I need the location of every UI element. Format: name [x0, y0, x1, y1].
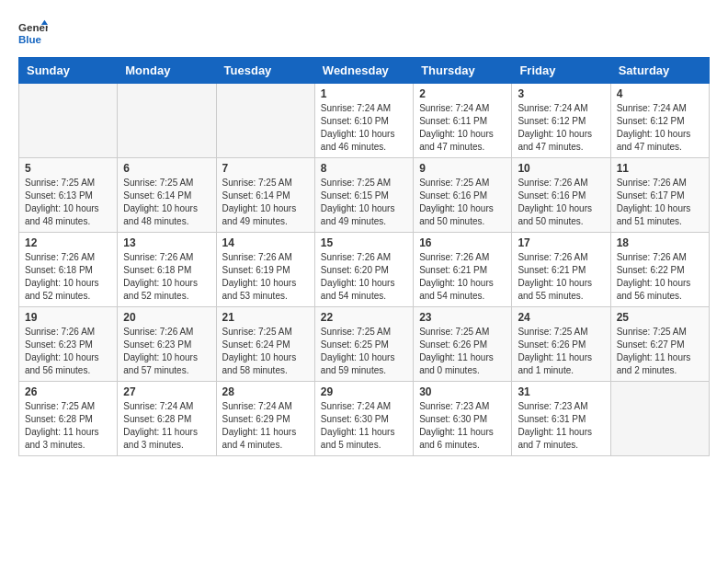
- day-info: Sunrise: 7:26 AM Sunset: 6:21 PM Dayligh…: [518, 251, 604, 303]
- day-number: 8: [321, 162, 407, 175]
- calendar-day-cell: 6Sunrise: 7:25 AM Sunset: 6:14 PM Daylig…: [118, 158, 216, 233]
- calendar-week-row: 12Sunrise: 7:26 AM Sunset: 6:18 PM Dayli…: [19, 233, 710, 307]
- calendar-day-cell: 31Sunrise: 7:23 AM Sunset: 6:31 PM Dayli…: [512, 382, 610, 456]
- calendar-day-cell: 27Sunrise: 7:24 AM Sunset: 6:28 PM Dayli…: [118, 382, 216, 456]
- calendar-day-cell: 15Sunrise: 7:26 AM Sunset: 6:20 PM Dayli…: [314, 233, 413, 307]
- calendar-day-cell: 5Sunrise: 7:25 AM Sunset: 6:13 PM Daylig…: [19, 158, 118, 233]
- calendar-day-cell: 10Sunrise: 7:26 AM Sunset: 6:16 PM Dayli…: [512, 158, 610, 233]
- calendar-week-row: 1Sunrise: 7:24 AM Sunset: 6:10 PM Daylig…: [19, 84, 710, 158]
- day-number: 21: [222, 311, 309, 324]
- calendar-day-cell: 30Sunrise: 7:23 AM Sunset: 6:30 PM Dayli…: [414, 382, 512, 456]
- calendar-day-cell: 28Sunrise: 7:24 AM Sunset: 6:29 PM Dayli…: [216, 382, 314, 456]
- calendar-day-cell: 13Sunrise: 7:26 AM Sunset: 6:18 PM Dayli…: [118, 233, 216, 307]
- calendar-day-cell: [118, 84, 216, 158]
- day-info: Sunrise: 7:24 AM Sunset: 6:29 PM Dayligh…: [222, 400, 309, 452]
- day-number: 12: [25, 236, 111, 249]
- calendar-day-cell: 19Sunrise: 7:26 AM Sunset: 6:23 PM Dayli…: [19, 307, 118, 382]
- day-of-week-header: Wednesday: [314, 58, 413, 84]
- day-number: 17: [518, 236, 604, 249]
- day-number: 19: [25, 311, 111, 324]
- day-number: 31: [518, 385, 604, 398]
- day-of-week-header: Saturday: [610, 58, 709, 84]
- calendar-header-row: SundayMondayTuesdayWednesdayThursdayFrid…: [19, 58, 710, 84]
- day-number: 11: [617, 162, 703, 175]
- day-info: Sunrise: 7:26 AM Sunset: 6:20 PM Dayligh…: [321, 251, 407, 303]
- day-number: 7: [222, 162, 309, 175]
- day-info: Sunrise: 7:26 AM Sunset: 6:16 PM Dayligh…: [518, 177, 604, 228]
- day-info: Sunrise: 7:24 AM Sunset: 6:28 PM Dayligh…: [123, 400, 210, 452]
- calendar-day-cell: 11Sunrise: 7:26 AM Sunset: 6:17 PM Dayli…: [610, 158, 709, 233]
- day-of-week-header: Sunday: [19, 58, 118, 84]
- day-info: Sunrise: 7:25 AM Sunset: 6:14 PM Dayligh…: [222, 177, 309, 228]
- calendar-day-cell: 21Sunrise: 7:25 AM Sunset: 6:24 PM Dayli…: [216, 307, 314, 382]
- calendar-day-cell: 3Sunrise: 7:24 AM Sunset: 6:12 PM Daylig…: [512, 84, 610, 158]
- calendar-day-cell: 18Sunrise: 7:26 AM Sunset: 6:22 PM Dayli…: [610, 233, 709, 307]
- day-number: 6: [123, 162, 210, 175]
- day-number: 4: [617, 87, 703, 100]
- day-info: Sunrise: 7:23 AM Sunset: 6:30 PM Dayligh…: [419, 400, 506, 452]
- calendar-day-cell: 7Sunrise: 7:25 AM Sunset: 6:14 PM Daylig…: [216, 158, 314, 233]
- day-info: Sunrise: 7:25 AM Sunset: 6:25 PM Dayligh…: [321, 326, 407, 377]
- day-info: Sunrise: 7:25 AM Sunset: 6:14 PM Dayligh…: [123, 177, 210, 228]
- day-info: Sunrise: 7:26 AM Sunset: 6:17 PM Dayligh…: [617, 177, 703, 228]
- day-number: 20: [123, 311, 210, 324]
- day-number: 16: [419, 236, 506, 249]
- day-number: 23: [419, 311, 506, 324]
- day-info: Sunrise: 7:25 AM Sunset: 6:26 PM Dayligh…: [518, 326, 604, 377]
- day-number: 5: [25, 162, 111, 175]
- day-number: 13: [123, 236, 210, 249]
- calendar-day-cell: 14Sunrise: 7:26 AM Sunset: 6:19 PM Dayli…: [216, 233, 314, 307]
- day-of-week-header: Thursday: [414, 58, 512, 84]
- day-info: Sunrise: 7:26 AM Sunset: 6:19 PM Dayligh…: [222, 251, 309, 303]
- calendar-day-cell: 1Sunrise: 7:24 AM Sunset: 6:10 PM Daylig…: [314, 84, 413, 158]
- day-number: 25: [617, 311, 703, 324]
- calendar-day-cell: [610, 382, 709, 456]
- calendar-day-cell: 26Sunrise: 7:25 AM Sunset: 6:28 PM Dayli…: [19, 382, 118, 456]
- logo-icon: General Blue: [18, 18, 48, 48]
- logo: General Blue: [18, 18, 48, 48]
- day-info: Sunrise: 7:26 AM Sunset: 6:18 PM Dayligh…: [123, 251, 210, 303]
- day-info: Sunrise: 7:25 AM Sunset: 6:13 PM Dayligh…: [25, 177, 111, 228]
- day-info: Sunrise: 7:24 AM Sunset: 6:30 PM Dayligh…: [321, 400, 407, 452]
- day-number: 26: [25, 385, 111, 398]
- day-number: 3: [518, 87, 604, 100]
- day-number: 2: [419, 87, 506, 100]
- calendar-week-row: 5Sunrise: 7:25 AM Sunset: 6:13 PM Daylig…: [19, 158, 710, 233]
- day-number: 29: [321, 385, 407, 398]
- calendar-day-cell: 17Sunrise: 7:26 AM Sunset: 6:21 PM Dayli…: [512, 233, 610, 307]
- calendar-day-cell: 29Sunrise: 7:24 AM Sunset: 6:30 PM Dayli…: [314, 382, 413, 456]
- day-info: Sunrise: 7:23 AM Sunset: 6:31 PM Dayligh…: [518, 400, 604, 452]
- day-number: 18: [617, 236, 703, 249]
- day-number: 24: [518, 311, 604, 324]
- day-info: Sunrise: 7:25 AM Sunset: 6:27 PM Dayligh…: [617, 326, 703, 377]
- day-info: Sunrise: 7:24 AM Sunset: 6:12 PM Dayligh…: [518, 102, 604, 154]
- calendar-day-cell: 16Sunrise: 7:26 AM Sunset: 6:21 PM Dayli…: [414, 233, 512, 307]
- day-number: 14: [222, 236, 309, 249]
- day-info: Sunrise: 7:24 AM Sunset: 6:11 PM Dayligh…: [419, 102, 506, 154]
- day-info: Sunrise: 7:24 AM Sunset: 6:10 PM Dayligh…: [321, 102, 407, 154]
- calendar-day-cell: [19, 84, 118, 158]
- calendar-day-cell: 25Sunrise: 7:25 AM Sunset: 6:27 PM Dayli…: [610, 307, 709, 382]
- day-info: Sunrise: 7:24 AM Sunset: 6:12 PM Dayligh…: [617, 102, 703, 154]
- day-info: Sunrise: 7:25 AM Sunset: 6:26 PM Dayligh…: [419, 326, 506, 377]
- day-info: Sunrise: 7:25 AM Sunset: 6:15 PM Dayligh…: [321, 177, 407, 228]
- page-header: General Blue: [18, 18, 710, 48]
- day-number: 10: [518, 162, 604, 175]
- calendar-table: SundayMondayTuesdayWednesdayThursdayFrid…: [18, 57, 710, 456]
- day-info: Sunrise: 7:26 AM Sunset: 6:21 PM Dayligh…: [419, 251, 506, 303]
- calendar-day-cell: 2Sunrise: 7:24 AM Sunset: 6:11 PM Daylig…: [414, 84, 512, 158]
- day-number: 22: [321, 311, 407, 324]
- day-info: Sunrise: 7:25 AM Sunset: 6:28 PM Dayligh…: [25, 400, 111, 452]
- day-info: Sunrise: 7:26 AM Sunset: 6:22 PM Dayligh…: [617, 251, 703, 303]
- day-number: 15: [321, 236, 407, 249]
- calendar-week-row: 19Sunrise: 7:26 AM Sunset: 6:23 PM Dayli…: [19, 307, 710, 382]
- day-number: 30: [419, 385, 506, 398]
- svg-text:Blue: Blue: [18, 34, 42, 45]
- day-number: 1: [321, 87, 407, 100]
- calendar-day-cell: 23Sunrise: 7:25 AM Sunset: 6:26 PM Dayli…: [414, 307, 512, 382]
- calendar-day-cell: 9Sunrise: 7:25 AM Sunset: 6:16 PM Daylig…: [414, 158, 512, 233]
- day-info: Sunrise: 7:25 AM Sunset: 6:16 PM Dayligh…: [419, 177, 506, 228]
- day-number: 28: [222, 385, 309, 398]
- calendar-day-cell: 4Sunrise: 7:24 AM Sunset: 6:12 PM Daylig…: [610, 84, 709, 158]
- day-of-week-header: Friday: [512, 58, 610, 84]
